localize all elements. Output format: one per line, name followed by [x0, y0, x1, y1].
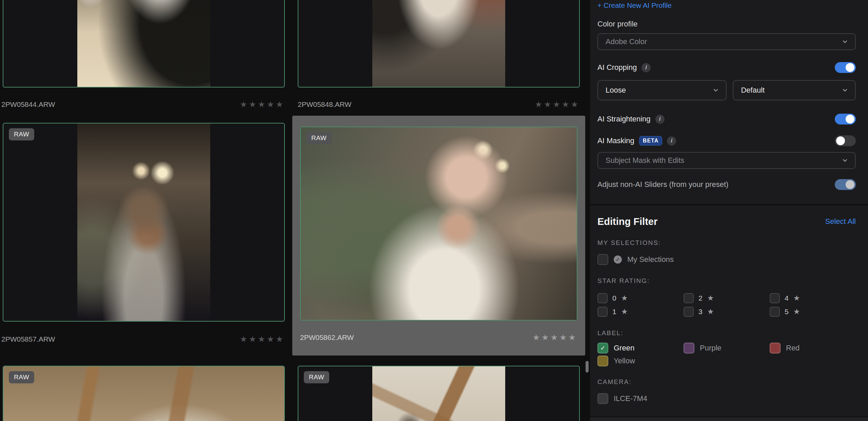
label-text: Purple — [700, 344, 722, 352]
my-selections-option[interactable]: ✓ ✓ My Selections — [597, 253, 856, 266]
photo-thumbnail[interactable] — [372, 0, 505, 87]
label-text: Green — [614, 344, 634, 352]
chevron-down-icon — [842, 158, 848, 163]
star-count: 1 — [612, 308, 616, 316]
photo-thumbnail[interactable] — [77, 0, 210, 87]
color-profile-label: Color profile — [597, 20, 856, 28]
photo-cell[interactable]: RAW 2PW05857.ARW ★★★★★ — [3, 123, 285, 347]
photo-frame[interactable]: RAW — [3, 123, 285, 322]
star-checkbox[interactable]: ✓ — [684, 293, 694, 303]
editing-filter-title: Editing Filter — [597, 216, 657, 227]
ai-straightening-toggle[interactable] — [835, 114, 856, 125]
chevron-down-icon — [842, 88, 848, 93]
star-checkbox[interactable]: ✓ — [770, 293, 780, 303]
label-checkbox-yellow[interactable]: ✓ — [597, 356, 608, 366]
ai-straightening-label: AI Straightening — [597, 115, 651, 123]
star-filter-option[interactable]: ✓ 4 ★ — [770, 292, 856, 304]
photo-frame[interactable] — [298, 0, 580, 88]
info-icon[interactable]: i — [642, 63, 651, 72]
star-rating-display[interactable]: ★★★★★ — [240, 100, 285, 109]
star-count: 5 — [785, 308, 789, 316]
photo-filename: 2PW05862.ARW — [300, 333, 354, 342]
raw-badge: RAW — [306, 132, 332, 144]
star-filter-option[interactable]: ✓ 5 ★ — [770, 306, 856, 318]
crop-style-value: Default — [741, 86, 765, 95]
star-rating-display[interactable]: ★★★★★ — [240, 334, 285, 344]
photo-meta: 2PW05848.ARW ★★★★★ — [298, 96, 580, 113]
star-rating-display[interactable]: ★★★★★ — [535, 100, 580, 109]
photo-frame[interactable]: RAW — [298, 366, 580, 421]
star-checkbox[interactable]: ✓ — [597, 293, 608, 303]
ai-masking-label: AI Masking — [597, 136, 634, 145]
info-icon[interactable]: i — [655, 115, 665, 124]
adjust-sliders-row: Adjust non-AI Sliders (from your preset) — [597, 178, 856, 191]
star-checkbox[interactable]: ✓ — [597, 307, 608, 317]
camera-label: ILCE-7M4 — [614, 394, 647, 403]
star-icon: ★ — [793, 294, 800, 303]
ai-cropping-label: AI Cropping — [597, 63, 637, 72]
color-profile-dropdown[interactable]: Adobe Color — [597, 33, 856, 50]
star-checkbox[interactable]: ✓ — [684, 307, 694, 317]
crop-style-dropdown[interactable]: Default — [733, 80, 856, 100]
star-checkbox[interactable]: ✓ — [770, 307, 780, 317]
photo-grid: 2PW05844.ARW ★★★★★ 2PW05848.ARW ★★★★★ RA… — [0, 0, 585, 421]
photo-thumbnail[interactable] — [301, 127, 577, 320]
photo-cell[interactable]: 2PW05844.ARW ★★★★★ — [3, 0, 285, 113]
star-icon: ★ — [621, 294, 628, 303]
label-option-yellow[interactable]: ✓ Yellow — [597, 355, 684, 367]
info-icon[interactable]: i — [667, 136, 676, 146]
photo-thumbnail[interactable] — [3, 366, 284, 421]
label-checkbox-red[interactable]: ✓ — [770, 343, 781, 353]
settings-panel: + Create New AI Profile Color profile Ad… — [590, 0, 868, 421]
app-window: 2PW05844.ARW ★★★★★ 2PW05848.ARW ★★★★★ RA… — [0, 0, 868, 421]
camera-option[interactable]: ✓ ILCE-7M4 — [597, 393, 856, 405]
label-heading: LABEL: — [597, 329, 856, 337]
label-option-green[interactable]: ✓ Green — [597, 342, 684, 354]
star-count: 0 — [612, 294, 616, 302]
chevron-down-icon — [713, 88, 718, 93]
my-selections-checkbox[interactable]: ✓ — [597, 254, 608, 265]
mask-option-value: Subject Mask with Edits — [606, 156, 684, 165]
label-checkbox-purple[interactable]: ✓ — [684, 343, 694, 353]
star-rating-display[interactable]: ★★★★★ — [532, 333, 577, 342]
ai-cropping-toggle[interactable] — [835, 62, 856, 73]
mask-option-dropdown[interactable]: Subject Mask with Edits — [597, 152, 856, 169]
ai-masking-toggle[interactable] — [835, 135, 856, 146]
star-icon: ★ — [707, 307, 714, 316]
beta-badge: BETA — [639, 136, 662, 146]
photo-frame[interactable]: RAW — [300, 127, 577, 321]
photo-cell[interactable]: RAW — [298, 366, 580, 421]
label-text: Yellow — [614, 357, 635, 365]
toggle-knob — [846, 180, 854, 189]
adjust-sliders-toggle[interactable] — [835, 179, 856, 190]
star-filter-option[interactable]: ✓ 0 ★ — [597, 292, 684, 304]
star-count: 4 — [785, 294, 789, 302]
raw-badge: RAW — [9, 371, 34, 383]
photo-cell[interactable]: RAW — [3, 366, 285, 421]
label-option-purple[interactable]: ✓ Purple — [684, 342, 770, 354]
photo-frame[interactable]: RAW — [3, 366, 285, 421]
photo-filename: 2PW05844.ARW — [1, 100, 55, 109]
photo-meta: 2PW05857.ARW ★★★★★ — [1, 331, 285, 347]
photo-thumbnail[interactable] — [372, 366, 505, 421]
label-checkbox-green[interactable]: ✓ — [597, 343, 608, 353]
cropping-options-row: Loose Default — [597, 80, 856, 100]
camera-checkbox[interactable]: ✓ — [597, 393, 608, 404]
photo-thumbnail[interactable] — [77, 123, 210, 321]
label-option-red[interactable]: ✓ Red — [770, 342, 856, 354]
scrollbar-thumb[interactable] — [586, 361, 589, 372]
create-new-ai-profile-link[interactable]: + Create New AI Profile — [597, 1, 856, 9]
photo-filename: 2PW05848.ARW — [298, 100, 351, 109]
crop-mode-dropdown[interactable]: Loose — [597, 80, 727, 100]
my-selections-heading: MY SELECTIONS: — [597, 239, 856, 247]
select-all-link[interactable]: Select All — [825, 217, 856, 226]
circle-check-icon: ✓ — [614, 255, 622, 264]
star-filter-option[interactable]: ✓ 2 ★ — [684, 292, 770, 304]
raw-badge: RAW — [304, 371, 329, 383]
star-filter-option[interactable]: ✓ 3 ★ — [684, 306, 770, 318]
photo-cell[interactable]: 2PW05848.ARW ★★★★★ — [298, 0, 580, 113]
photo-cell-selected[interactable]: RAW 2PW05862.ARW ★★★★★ — [292, 116, 585, 356]
my-selections-label: My Selections — [627, 255, 674, 264]
photo-frame[interactable] — [3, 0, 285, 88]
star-filter-option[interactable]: ✓ 1 ★ — [597, 306, 684, 318]
